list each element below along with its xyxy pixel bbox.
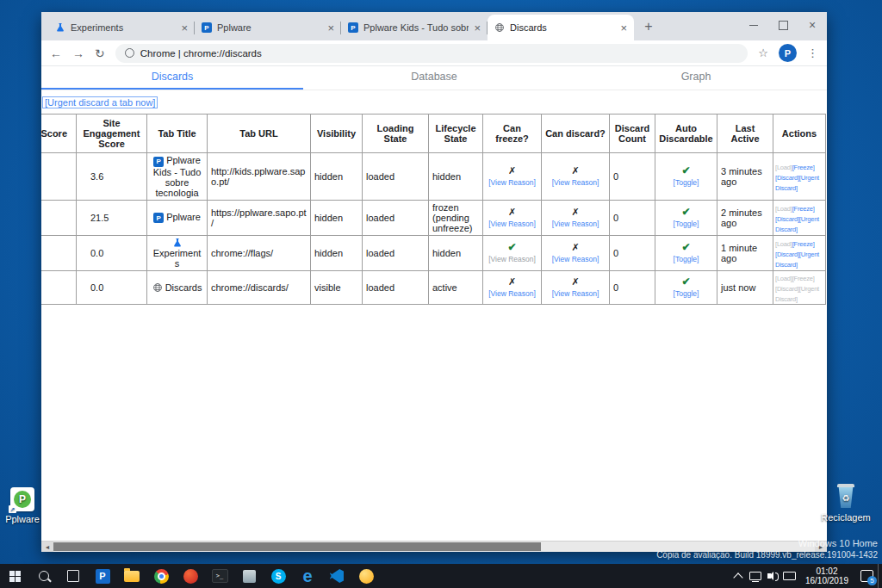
- keyboard-button[interactable]: [781, 564, 798, 588]
- volume-icon: [767, 573, 771, 579]
- toggle-link[interactable]: [Toggle]: [674, 255, 699, 263]
- installer-taskbar-button[interactable]: [234, 564, 264, 588]
- minimize-button[interactable]: [739, 12, 768, 38]
- action-link[interactable]: [Load]: [775, 275, 792, 282]
- reload-icon[interactable]: ↻: [95, 47, 105, 59]
- action-link[interactable]: [Discard]: [775, 251, 799, 258]
- action-link[interactable]: [Load]: [775, 240, 792, 248]
- search-button[interactable]: [29, 564, 59, 588]
- can-freeze-cell: ✗[View Reason]: [483, 270, 542, 304]
- browser-window: Experiments×PPplware×PPplware Kids - Tud…: [41, 12, 827, 552]
- tray-overflow-button[interactable]: [730, 564, 747, 588]
- tab-database[interactable]: Database: [303, 66, 565, 90]
- view-reason-link[interactable]: [View Reason]: [552, 220, 599, 228]
- action-link[interactable]: [Freeze]: [792, 275, 815, 282]
- edge-taskbar-button[interactable]: e: [293, 564, 322, 588]
- action-link[interactable]: [Discard]: [775, 215, 799, 223]
- action-link[interactable]: [Discard]: [775, 174, 799, 182]
- tab-close-icon[interactable]: ×: [181, 22, 188, 34]
- discard-count-cell: 0: [610, 270, 655, 304]
- chrome-dev-taskbar-button[interactable]: [176, 564, 205, 588]
- action-link[interactable]: [Load]: [775, 164, 792, 171]
- skype-taskbar-button[interactable]: S: [264, 564, 293, 588]
- tray-clock[interactable]: 01:02 16/10/2019: [798, 566, 855, 585]
- bookmark-star-icon[interactable]: ☆: [758, 46, 768, 59]
- edge-icon: e: [302, 567, 312, 585]
- chrome-canary-taskbar-button[interactable]: [351, 564, 381, 588]
- tab-graph[interactable]: Graph: [565, 66, 827, 90]
- can-freeze-cell: ✗[View Reason]: [483, 153, 542, 201]
- chrome-icon: [154, 569, 169, 584]
- desktop-icon-recycle-bin[interactable]: ♻ Reciclagem: [820, 484, 872, 523]
- volume-button[interactable]: [764, 564, 781, 588]
- browser-tab[interactable]: PPplware Kids - Tudo sobre tecno×: [341, 15, 488, 40]
- column-header: Auto Discardable: [655, 115, 717, 153]
- view-reason-link[interactable]: [View Reason]: [552, 178, 599, 187]
- desktop-icon-pplware[interactable]: P ↗ Pplware: [0, 487, 48, 524]
- recycle-bin-icon: ♻: [835, 484, 856, 510]
- browser-tab[interactable]: Discards×: [488, 15, 634, 40]
- globe-icon: [494, 22, 505, 33]
- action-link[interactable]: [Freeze]: [792, 164, 815, 171]
- last-active-cell: 3 minutes ago: [717, 153, 773, 201]
- check-icon: ✔: [659, 242, 713, 253]
- browser-toolbar: ← → ↻ Chrome | chrome://discards ☆ P ⋮: [41, 40, 827, 66]
- profile-avatar[interactable]: P: [779, 44, 797, 62]
- view-reason-link[interactable]: [View Reason]: [552, 289, 599, 298]
- show-desktop-button[interactable]: [878, 564, 882, 588]
- table-row: 0.0 Experimentschrome://flags/hiddenload…: [41, 235, 826, 270]
- pplware-taskbar-button[interactable]: P: [88, 564, 117, 588]
- back-icon[interactable]: ←: [50, 47, 62, 59]
- browser-tabs: Experiments×PPplware×PPplware Kids - Tud…: [48, 15, 634, 40]
- start-button[interactable]: [0, 564, 29, 588]
- cross-icon: ✗: [487, 207, 537, 218]
- loading-state-cell: loaded: [363, 200, 429, 235]
- maximize-button[interactable]: [768, 12, 798, 38]
- menu-icon[interactable]: ⋮: [807, 46, 818, 59]
- chrome-taskbar-button[interactable]: [146, 564, 176, 588]
- address-text: Chrome | chrome://discards: [140, 48, 262, 59]
- tab-close-icon[interactable]: ×: [327, 22, 334, 34]
- toggle-link[interactable]: [Toggle]: [674, 178, 699, 187]
- view-reason-link[interactable]: [View Reason]: [488, 178, 536, 187]
- tab-close-icon[interactable]: ×: [620, 22, 627, 34]
- reactivation-score-cell: [41, 270, 77, 304]
- task-view-button[interactable]: [59, 564, 88, 588]
- desktop-icon-label: Reciclagem: [821, 512, 870, 523]
- forward-icon[interactable]: →: [72, 47, 84, 59]
- taskbar-apps: P>_Se: [88, 564, 381, 588]
- toggle-link[interactable]: [Toggle]: [674, 220, 699, 228]
- vscode-taskbar-button[interactable]: [322, 564, 351, 588]
- browser-tab[interactable]: PPplware×: [195, 15, 341, 40]
- action-link[interactable]: [Freeze]: [792, 240, 815, 248]
- skype-icon: S: [271, 569, 286, 584]
- view-reason-link[interactable]: [View Reason]: [488, 220, 536, 228]
- tab-close-icon[interactable]: ×: [474, 22, 481, 34]
- urgent-discard-link[interactable]: [Urgent discard a tab now]: [42, 96, 158, 108]
- scrollbar-thumb[interactable]: [53, 542, 541, 551]
- address-bar[interactable]: Chrome | chrome://discards: [115, 44, 748, 63]
- view-reason-link[interactable]: [View Reason]: [488, 255, 536, 263]
- toggle-link[interactable]: [Toggle]: [674, 289, 699, 298]
- site-info-icon[interactable]: [125, 48, 134, 58]
- watermark-edition: Windows 10 Home: [656, 537, 878, 549]
- action-link[interactable]: [Load]: [775, 205, 792, 213]
- scroll-left-icon[interactable]: ◄: [41, 542, 53, 552]
- action-link[interactable]: [Freeze]: [792, 205, 815, 213]
- action-link[interactable]: [Discard]: [775, 285, 799, 293]
- new-tab-button[interactable]: +: [637, 15, 660, 38]
- view-reason-link[interactable]: [View Reason]: [552, 255, 599, 263]
- close-button[interactable]: ×: [798, 12, 827, 38]
- keyboard-icon: [783, 572, 796, 580]
- terminal-icon: >_: [212, 569, 228, 583]
- tab-discards[interactable]: Discards: [41, 66, 303, 90]
- browser-tab[interactable]: Experiments×: [48, 15, 195, 40]
- terminal-taskbar-button[interactable]: >_: [205, 564, 234, 588]
- tab-url-cell: http://kids.pplware.sapo.pt/: [208, 153, 311, 201]
- task-view-icon: [67, 570, 79, 582]
- site-engagement-cell: 3.6: [77, 153, 147, 201]
- action-center-button[interactable]: 5: [855, 564, 878, 588]
- file-explorer-taskbar-button[interactable]: [117, 564, 146, 588]
- view-reason-link[interactable]: [View Reason]: [488, 289, 536, 298]
- network-button[interactable]: [747, 564, 764, 588]
